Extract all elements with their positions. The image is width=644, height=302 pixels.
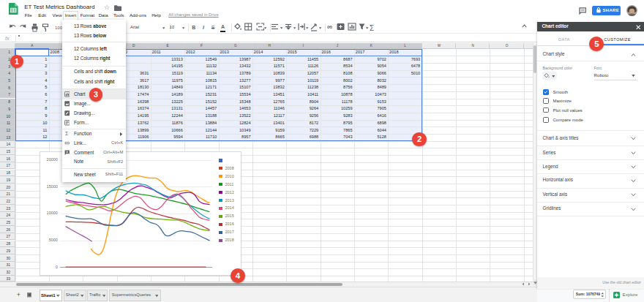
svg-text:Σ: Σ	[370, 24, 374, 32]
svg-text:Σ: Σ	[65, 132, 69, 137]
svg-text:∞: ∞	[327, 23, 332, 31]
